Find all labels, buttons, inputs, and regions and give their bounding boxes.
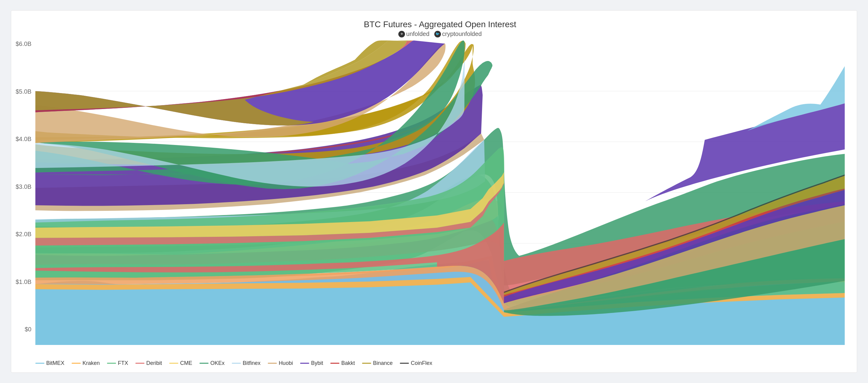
legend-label-huobi: Huobi: [279, 360, 293, 366]
main-chart-svg: [35, 40, 845, 345]
chart-container: BTC Futures - Aggregated Open Interest ✈…: [11, 10, 857, 373]
chart-subtitle: ✈ unfolded 🐦 cryptounfolded: [35, 31, 845, 37]
legend-label-deribit: Deribit: [146, 360, 162, 366]
legend-label-coinflex: CoinFlex: [411, 360, 432, 366]
y-label-5: $5.0B: [13, 88, 34, 95]
legend-color-bitfinex: [232, 363, 241, 364]
legend-deribit: Deribit: [135, 360, 162, 366]
legend: BitMEX Kraken FTX Deribit CME OKEx Bitfi…: [35, 360, 845, 366]
legend-color-huobi: [268, 363, 277, 364]
legend-color-deribit: [135, 363, 145, 364]
legend-color-bakkt: [330, 363, 339, 364]
twitter-handle: 🐦 cryptounfolded: [434, 31, 482, 37]
legend-label-kraken: Kraken: [83, 360, 100, 366]
chart-area: $0 $1.0B $2.0B $3.0B $4.0B $5.0B $6.0B: [35, 40, 845, 345]
legend-label-bakkt: Bakkt: [341, 360, 355, 366]
chart-plot: 10/1 11/1 12/1 1/1 2/1 3/1 4/1 5/1 6/1 7…: [35, 40, 845, 345]
y-label-3: $3.0B: [13, 183, 34, 190]
legend-bitmex: BitMEX: [35, 360, 64, 366]
legend-color-okex: [199, 363, 209, 364]
legend-label-ftx: FTX: [118, 360, 128, 366]
telegram-icon: ✈: [398, 31, 405, 37]
legend-label-bybit: Bybit: [311, 360, 323, 366]
legend-bitfinex: Bitfinex: [232, 360, 260, 366]
legend-huobi: Huobi: [268, 360, 293, 366]
legend-ftx: FTX: [107, 360, 128, 366]
y-label-4: $4.0B: [13, 136, 34, 142]
legend-label-binance: Binance: [373, 360, 393, 366]
legend-label-bitfinex: Bitfinex: [243, 360, 260, 366]
legend-label-cme: CME: [180, 360, 192, 366]
legend-color-binance: [362, 363, 371, 364]
legend-color-cme: [169, 363, 178, 364]
legend-bakkt: Bakkt: [330, 360, 355, 366]
chart-title: BTC Futures - Aggregated Open Interest: [35, 20, 845, 29]
legend-kraken: Kraken: [72, 360, 100, 366]
y-label-2: $2.0B: [13, 231, 34, 238]
legend-color-bybit: [300, 363, 309, 364]
legend-cme: CME: [169, 360, 192, 366]
y-label-0: $0: [13, 326, 34, 333]
legend-label-okex: OKEx: [210, 360, 224, 366]
legend-binance: Binance: [362, 360, 393, 366]
legend-color-kraken: [72, 363, 81, 364]
legend-color-ftx: [107, 363, 116, 364]
legend-label-bitmex: BitMEX: [46, 360, 64, 366]
y-axis: $0 $1.0B $2.0B $3.0B $4.0B $5.0B $6.0B: [13, 40, 34, 333]
y-label-6: $6.0B: [13, 40, 34, 47]
y-label-1: $1.0B: [13, 279, 34, 285]
twitter-icon: 🐦: [434, 31, 441, 37]
legend-coinflex: CoinFlex: [400, 360, 432, 366]
telegram-handle: ✈ unfolded: [398, 31, 430, 37]
legend-color-coinflex: [400, 363, 409, 364]
legend-okex: OKEx: [199, 360, 224, 366]
legend-color-bitmex: [35, 363, 44, 364]
legend-bybit: Bybit: [300, 360, 323, 366]
